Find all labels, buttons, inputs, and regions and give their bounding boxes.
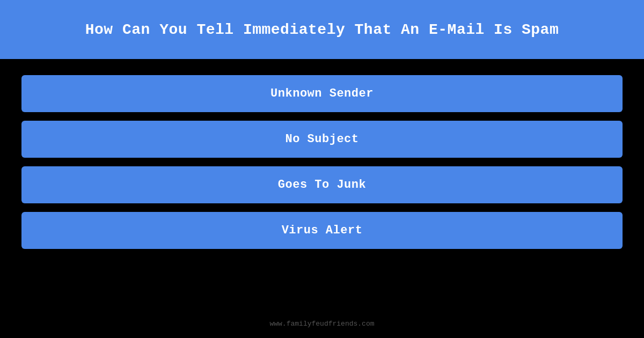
answers-container: Unknown Sender No Subject Goes To Junk V… bbox=[0, 59, 644, 265]
answer-label-3: Goes To Junk bbox=[278, 178, 366, 192]
answer-button-1[interactable]: Unknown Sender bbox=[21, 75, 623, 112]
header: How Can You Tell Immediately That An E-M… bbox=[0, 0, 644, 59]
answer-button-4[interactable]: Virus Alert bbox=[21, 212, 623, 249]
answer-label-2: No Subject bbox=[285, 133, 358, 146]
page-title: How Can You Tell Immediately That An E-M… bbox=[85, 21, 559, 38]
answer-button-3[interactable]: Goes To Junk bbox=[21, 166, 623, 203]
answer-button-2[interactable]: No Subject bbox=[21, 121, 623, 158]
footer-url: www.familyfeudfriends.com bbox=[269, 320, 374, 328]
answer-label-1: Unknown Sender bbox=[270, 87, 374, 100]
footer: www.familyfeudfriends.com bbox=[0, 319, 644, 328]
answer-label-4: Virus Alert bbox=[282, 224, 363, 237]
